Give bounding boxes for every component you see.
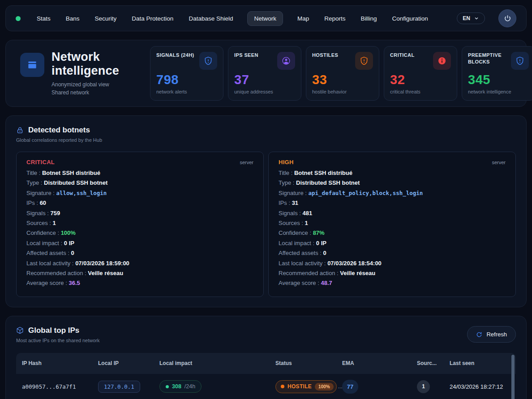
page: Stats Bans Security Data Protection Data…	[0, 0, 532, 399]
botnet-field-affected-assets: Affected assets : 0	[26, 248, 253, 258]
col-local-ip: Local IP	[98, 360, 159, 366]
power-icon	[503, 14, 512, 23]
local-impact-pill: 308 /24h	[159, 380, 202, 393]
ip-hash: a009057...67a7f1	[22, 383, 98, 390]
scrollbar-thumb[interactable]	[511, 355, 515, 399]
network-intelligence-panel: Network intelligence Anonymized global v…	[5, 40, 527, 107]
nav-item-stats[interactable]: Stats	[36, 12, 51, 25]
green-dot-icon	[166, 385, 169, 388]
page-subtitle-1: Anonymized global view	[51, 81, 142, 89]
nav-item-reports[interactable]: Reports	[323, 12, 346, 25]
botnet-field-confidence: Confidence : 87%	[279, 228, 506, 238]
info-circle-icon	[433, 52, 451, 70]
table-header-row: IP Hash Local IP Local impact Status EMA…	[16, 353, 516, 374]
stat-value: 798	[156, 72, 217, 87]
stat-label: CRITICAL	[390, 52, 429, 59]
botnet-field-average-score: Average score : 36.5	[26, 278, 253, 288]
section-subtitle-top-ips: Most active IPs on the shared network	[16, 338, 99, 343]
stat-label: SIGNALS (24H)	[156, 52, 196, 59]
botnet-field-type: Type : Distributed SSH botnet	[26, 178, 253, 188]
refresh-button[interactable]: Refresh	[467, 326, 516, 343]
page-subtitle-2: Shared network	[51, 89, 142, 97]
stat-value: 345	[468, 72, 529, 87]
top-ips-table: IP Hash Local IP Local impact Status EMA…	[16, 353, 516, 399]
page-title: Network intelligence	[51, 50, 142, 77]
language-select[interactable]: EN	[457, 13, 485, 24]
confidence-badge: 100%	[315, 383, 334, 391]
stat-caption: hostile behavior	[312, 89, 373, 94]
stat-card-hostiles: HOSTILES 33 hostile behavior	[306, 46, 379, 101]
stat-caption: unique addresses	[234, 89, 295, 94]
botnet-source: server	[492, 160, 506, 165]
refresh-icon	[476, 331, 482, 338]
shield-alert-icon	[355, 52, 373, 70]
power-button[interactable]	[498, 9, 516, 27]
botnet-card-critical: CRITICAL server Title : Botnet SSH distr…	[16, 152, 264, 297]
col-last-seen: Last seen	[450, 360, 510, 366]
table-row[interactable]: a009057...67a7f1 127.0.0.1 308 /24h HOST…	[16, 374, 516, 399]
botnet-field-title: Title : Botnet SSH distribué	[279, 168, 506, 178]
botnet-source: server	[240, 160, 253, 165]
section-title-botnets: Detected botnets	[28, 126, 90, 135]
window-icon	[20, 53, 44, 77]
stat-card-critical: CRITICAL 32 critical threats	[384, 46, 457, 101]
botnet-field-title: Title : Botnet SSH distribué	[26, 168, 253, 178]
global-top-ips-panel: Global top IPs Most active IPs on the sh…	[5, 316, 527, 399]
nav-item-network[interactable]: Network	[247, 11, 283, 26]
stat-label: PREEMPTIVE BLOCKS	[468, 52, 507, 65]
col-ema: EMA	[342, 360, 417, 366]
col-local-impact: Local impact	[159, 360, 275, 366]
botnet-field-affected-assets: Affected assets : 0	[279, 248, 506, 258]
local-ip-badge: 127.0.0.1	[98, 381, 140, 393]
botnet-field-sources: Sources : 1	[279, 218, 506, 228]
botnet-field-last-activity: Last local activity : 07/03/2026 18:59:0…	[26, 259, 253, 268]
botnet-field-signals: Signals : 481	[279, 208, 506, 218]
botnet-field-ips: IPs : 31	[279, 198, 506, 208]
nav-item-map[interactable]: Map	[296, 12, 310, 25]
nav-item-data-protection[interactable]: Data Protection	[131, 12, 174, 25]
section-title-top-ips: Global top IPs	[28, 326, 79, 335]
botnet-field-sources: Sources : 1	[26, 218, 253, 228]
stat-card-signals: SIGNALS (24H) 798 network alerts	[150, 46, 223, 101]
stat-value: 33	[312, 72, 373, 87]
botnet-field-local-impact: Local impact : 0 IP	[279, 238, 506, 248]
table-scrollbar[interactable]	[511, 354, 515, 399]
shield-icon	[199, 52, 217, 70]
nav-item-database-shield[interactable]: Database Shield	[188, 12, 234, 25]
orange-dot-icon	[281, 385, 284, 388]
botnet-field-signature: Signature : api_default_policy,block,ssh…	[279, 188, 506, 198]
shield-icon	[511, 52, 529, 70]
lock-icon	[16, 127, 24, 134]
botnet-field-signals: Signals : 759	[26, 208, 253, 218]
detected-botnets-panel: Detected botnets Global correlations rep…	[5, 115, 527, 307]
stat-card-ips-seen: IPS SEEN 37 unique addresses	[228, 46, 301, 101]
nav-item-bans[interactable]: Bans	[65, 12, 81, 25]
botnet-field-type: Type : Distributed SSH botnet	[279, 178, 506, 188]
col-sources: Sourc...	[417, 360, 450, 366]
nav-item-configuration[interactable]: Configuration	[391, 12, 429, 25]
botnet-field-recommended-action: Recommended action : Veille réseau	[26, 268, 253, 278]
status-badge: HOSTILE 100%	[275, 380, 337, 393]
user-icon	[277, 52, 295, 70]
severity-badge: CRITICAL	[26, 159, 55, 166]
cube-icon	[16, 327, 24, 334]
chevron-down-icon	[474, 16, 479, 21]
sources-badge: 1	[417, 380, 430, 393]
stat-label: HOSTILES	[312, 52, 352, 59]
nav-item-billing[interactable]: Billing	[360, 12, 378, 25]
col-ip-hash: IP Hash	[22, 360, 98, 366]
language-value: EN	[463, 15, 470, 21]
severity-badge: HIGH	[279, 159, 294, 166]
stat-card-preemptive-blocks: PREEMPTIVE BLOCKS 345 network intelligen…	[462, 46, 532, 101]
botnet-field-local-impact: Local impact : 0 IP	[26, 238, 253, 248]
botnet-field-signature: Signature : allow,ssh_login	[26, 188, 253, 198]
col-status: Status	[275, 360, 342, 366]
botnet-field-confidence: Confidence : 100%	[26, 228, 253, 238]
botnet-field-last-activity: Last local activity : 07/03/2026 18:54:0…	[279, 259, 506, 268]
botnet-card-high: HIGH server Title : Botnet SSH distribué…	[268, 152, 516, 297]
stat-caption: network alerts	[156, 89, 217, 94]
stat-caption: network intelligence	[468, 89, 529, 94]
nav-item-security[interactable]: Security	[94, 12, 118, 25]
ema-badge: 77	[342, 380, 358, 394]
botnet-field-ips: IPs : 60	[26, 198, 253, 208]
